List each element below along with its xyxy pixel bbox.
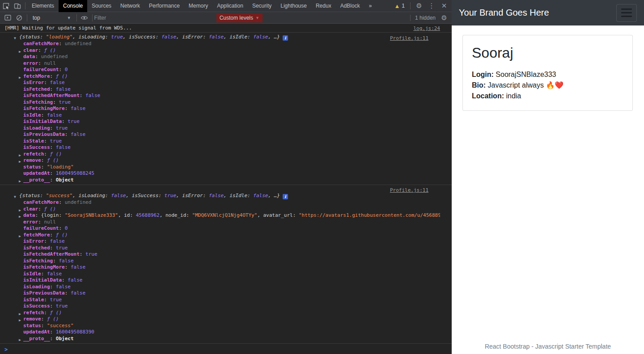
source-link[interactable]: log.js:24	[413, 25, 440, 31]
disclosure-collapsed-icon[interactable]: ▶	[19, 233, 21, 239]
object-property-row: isInitialData: true	[4, 118, 440, 125]
object-property-row: ▶clear: ƒ ()	[4, 47, 440, 54]
log-levels-dropdown[interactable]: Custom levels ▼	[216, 13, 263, 22]
key-separator: :	[41, 316, 47, 322]
value-segment: {	[19, 193, 22, 198]
tab-security[interactable]: Security	[248, 0, 276, 12]
property-key: isInitialData	[23, 277, 62, 283]
settings-gear-icon[interactable]: ⚙	[413, 0, 425, 12]
console-settings-gear-icon[interactable]: ⚙	[438, 12, 450, 24]
disclosure-collapsed-icon[interactable]: ▶	[19, 337, 21, 342]
tab-redux[interactable]: Redux	[311, 0, 336, 12]
value-segment: null	[44, 219, 56, 225]
key-separator: :	[44, 138, 50, 144]
object-property-row: ▶remove: ƒ ()	[4, 316, 440, 323]
object-property-row: isIdle: false	[4, 112, 440, 119]
warning-count-label: 1	[402, 3, 405, 9]
device-toolbar-icon[interactable]	[12, 0, 23, 12]
object-property-row: isSuccess: true	[4, 303, 440, 310]
tab-[interactable]: »	[364, 0, 377, 12]
property-key: isFetchingMore	[23, 105, 65, 111]
tab-elements[interactable]: Elements	[27, 0, 59, 12]
value-segment: "success"	[47, 323, 74, 329]
devtools-tabs: ElementsConsoleSourcesNetworkPerformance…	[27, 0, 376, 12]
property-key: failureCount	[23, 67, 59, 72]
console-toolbar: top ▼ Custom levels ▼ 1 hidden ⚙	[0, 12, 452, 24]
value-segment: false	[71, 264, 85, 270]
disclosure-collapsed-icon[interactable]: ▶	[19, 75, 21, 80]
object-property-row: isStale: true	[4, 297, 440, 303]
value-segment: ƒ ()	[47, 316, 59, 322]
disclosure-collapsed-icon[interactable]: ▶	[19, 214, 21, 219]
console-warning-count[interactable]: ▲ 1	[391, 3, 407, 9]
clear-console-icon[interactable]	[13, 12, 25, 24]
property-key: isFetching	[23, 258, 53, 264]
disclosure-collapsed-icon[interactable]: ▶	[19, 311, 21, 316]
kebab-menu-icon[interactable]: ⋮	[426, 0, 437, 12]
console-prompt[interactable]: >	[0, 344, 452, 353]
context-selector[interactable]: top ▼	[29, 15, 75, 21]
value-segment: false	[209, 193, 224, 198]
info-icon[interactable]: i	[283, 35, 288, 41]
disclosure-collapsed-icon[interactable]: ▶	[19, 152, 21, 158]
disclosure-collapsed-icon[interactable]: ▶	[19, 159, 21, 164]
property-key: updatedAt	[23, 170, 50, 176]
property-key: refetch	[23, 151, 44, 157]
property-key: remove	[23, 316, 41, 322]
disclosure-collapsed-icon[interactable]: ▶	[19, 49, 21, 54]
tab-memory[interactable]: Memory	[184, 0, 212, 12]
value-segment: 1600495088390	[56, 329, 94, 335]
prompt-chevron-icon: >	[4, 346, 8, 353]
navbar-brand[interactable]: Your Brand Goes Here	[459, 8, 549, 18]
profile-field-label: Location:	[472, 92, 504, 100]
value-segment: false	[85, 93, 100, 98]
profile-field: Login: SoorajSNBlaze333	[472, 69, 623, 80]
object-preview: {status: "success", isLoading: false, is…	[19, 193, 280, 198]
tab-performance[interactable]: Performance	[144, 0, 184, 12]
tab-network[interactable]: Network	[116, 0, 144, 12]
disclosure-collapsed-icon[interactable]: ▶	[19, 178, 21, 184]
value-segment: {login:	[41, 212, 65, 218]
inspect-element-icon[interactable]	[0, 0, 12, 12]
console-filter-input[interactable]	[94, 15, 193, 21]
value-segment: false	[71, 131, 85, 137]
value-segment: Object	[56, 336, 74, 341]
tab-console[interactable]: Console	[59, 0, 87, 12]
console-object-message: Profile.js:11▼{status: "success", isLoad…	[0, 185, 452, 344]
log-message-text: [HMR] Waiting for update signal from WDS…	[4, 25, 132, 31]
web-page: Your Brand Goes Here Sooraj Login: Soora…	[452, 0, 644, 354]
console-sidebar-icon[interactable]	[2, 12, 13, 24]
value-segment: false	[71, 105, 85, 111]
property-key: clear	[23, 47, 38, 53]
value-segment: isSuccess	[132, 193, 159, 198]
key-separator: :	[50, 86, 56, 92]
eye-icon[interactable]	[79, 12, 90, 24]
property-key: clear	[23, 206, 38, 212]
tab-lighthouse[interactable]: Lighthouse	[276, 0, 311, 12]
key-separator: :	[38, 47, 44, 53]
value-segment: false	[47, 271, 62, 277]
info-icon[interactable]: i	[283, 194, 288, 199]
property-key: isError	[23, 238, 44, 244]
key-separator: :	[50, 329, 56, 335]
tab-application[interactable]: Application	[212, 0, 248, 12]
tab-sources[interactable]: Sources	[87, 0, 116, 12]
object-property-row: isLoading: false	[4, 284, 440, 291]
object-property-row: isFetching: true	[4, 99, 440, 106]
disclosure-collapsed-icon[interactable]: ▶	[19, 207, 21, 213]
object-preview-row: ▼{status: "success", isLoading: false, i…	[4, 192, 440, 199]
close-icon[interactable]: ✕	[438, 0, 450, 12]
disclosure-collapsed-icon[interactable]: ▶	[19, 317, 21, 323]
property-key: isFetching	[23, 99, 53, 105]
value-segment: ,	[176, 193, 182, 198]
property-key: isFetched	[23, 86, 50, 92]
value-segment: isLoading	[78, 34, 105, 40]
object-property-row: ▶refetch: ƒ ()	[4, 151, 440, 158]
value-segment: , …}	[268, 34, 280, 40]
navbar-toggler-button[interactable]	[616, 4, 637, 22]
value-segment: ,	[224, 193, 229, 198]
tab-adblock[interactable]: AdBlock	[336, 0, 364, 12]
value-segment: isLoading	[78, 193, 105, 198]
value-segment: 0	[65, 225, 68, 231]
object-property-row: isSuccess: false	[4, 144, 440, 151]
